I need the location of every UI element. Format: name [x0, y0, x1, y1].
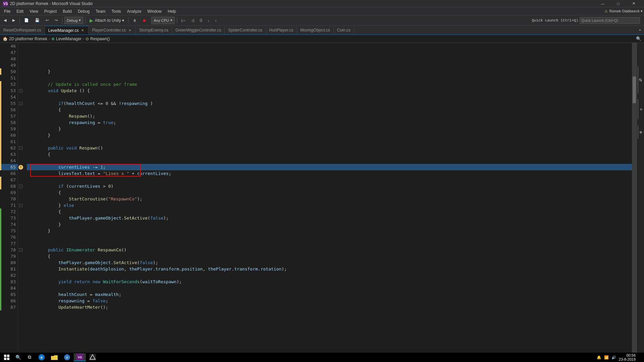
toolbar-btn4[interactable]: ↓ — [205, 16, 212, 24]
quick-launch-input[interactable]: Quick Launch (Ctrl+Q) — [580, 17, 640, 24]
toolbar-fwd[interactable]: ▶ — [10, 16, 17, 24]
code-area[interactable]: } // Update is called once per frame voi… — [23, 43, 632, 355]
minimize-button[interactable]: — — [595, 0, 610, 7]
toolbar-btn5[interactable]: ↑ — [212, 16, 219, 24]
toolbar-stop[interactable]: ⏹ — [140, 16, 149, 24]
side-btn-2[interactable]: ≡ — [638, 99, 644, 119]
taskbar-app-folder[interactable] — [48, 353, 60, 361]
close-button[interactable]: ✕ — [626, 0, 641, 7]
toolbar-redo[interactable]: ↪ — [52, 16, 60, 24]
toolbar-back[interactable]: ◀ — [1, 16, 9, 24]
collapse-53[interactable]: - — [18, 87, 23, 94]
vertical-scrollbar[interactable] — [632, 43, 637, 355]
code-line-77 — [27, 240, 632, 247]
tab-levelmanager[interactable]: LevelManager.cs ✕ — [45, 26, 89, 35]
collapse-71[interactable]: - — [18, 202, 23, 208]
debug-mode-dropdown[interactable]: Debug ▾ — [64, 17, 83, 24]
search-icon-btn[interactable]: 🔍 — [636, 36, 641, 41]
tab-label: SpiderController.cs — [228, 28, 262, 33]
line-num-83: 83 — [1, 279, 18, 285]
code-line-58: respawning = true; — [27, 119, 632, 126]
breadcrumb-project-icon: 🏠 — [3, 37, 8, 41]
line-num-63: 63 — [1, 151, 18, 158]
taskbar-app-ie[interactable]: e — [36, 353, 48, 361]
scrollbar-thumb[interactable] — [633, 76, 636, 103]
menu-build[interactable]: Build — [60, 8, 74, 15]
taskbar-date: 23-8-2019 — [619, 357, 636, 361]
code-line-55: if(healthCount <= 0 && !respawning ) — [27, 100, 632, 107]
menu-help[interactable]: Help — [165, 8, 179, 15]
side-btn-3[interactable]: ⊞ — [638, 125, 644, 139]
tab-greenwiggle[interactable]: GreenWiggleController.cs — [172, 26, 225, 35]
menu-tools[interactable]: Tools — [109, 8, 124, 15]
collapse-78[interactable]: - — [18, 247, 23, 253]
menu-window[interactable]: Window — [145, 8, 164, 15]
code-line-79: { — [27, 253, 632, 259]
taskbar-app-edge[interactable]: e — [61, 353, 73, 361]
breadcrumb-class[interactable]: LevelManager — [56, 37, 82, 41]
code-line-80: thePlayer.gameObject.SetActive(false); — [27, 259, 632, 266]
code-line-54 — [27, 94, 632, 100]
menu-project[interactable]: Project — [42, 8, 59, 15]
menu-edit[interactable]: Edit — [14, 8, 26, 15]
line-num-57: 57 — [1, 113, 18, 119]
tab-spider[interactable]: SpiderController.cs — [225, 26, 266, 35]
tab-stompenemy[interactable]: StompEnemy.cs — [136, 26, 172, 35]
taskbar-search[interactable]: 🔍 — [13, 353, 23, 361]
code-line-50: } — [27, 68, 632, 75]
code-line-70: StartCoroutine("RespawnCo"); — [27, 196, 632, 202]
tab-label: GreenWiggleController.cs — [175, 28, 221, 33]
toolbar-btn1[interactable]: |↔ — [179, 16, 189, 24]
breadcrumb-bar: 🏠 2D platformer Romek › ⊕ LevelManager ›… — [0, 35, 644, 43]
code-line-53: void Update () { — [27, 87, 632, 94]
tab-close-modified[interactable]: ✕ — [80, 28, 85, 33]
tab-playercontroller[interactable]: PlayerController.cs ✕ — [89, 26, 136, 35]
taskbar-task-view[interactable]: ⧉ — [24, 353, 35, 361]
tab-close[interactable]: ✕ — [127, 28, 132, 33]
toolbar-sep2 — [62, 17, 62, 24]
line-num-80: 80 — [1, 259, 18, 266]
collapse-68[interactable]: - — [18, 183, 23, 189]
toolbar-btn2[interactable]: ↕| — [189, 16, 197, 24]
line-num-70: 70 — [1, 196, 18, 202]
menu-debug[interactable]: Debug — [75, 8, 92, 15]
tab-resetonrespawn[interactable]: ResetOnRespawn.cs — [0, 26, 45, 35]
toolbar-open[interactable]: 📄 — [22, 16, 31, 24]
tabs-scroll-button[interactable]: ▾ — [636, 26, 644, 35]
code-line-72: { — [27, 208, 632, 215]
toolbar-pause[interactable]: ⏸ — [130, 16, 139, 24]
menu-file[interactable]: File — [1, 8, 13, 15]
taskbar-start[interactable] — [1, 353, 12, 361]
breadcrumb-method-icon: ⊙ — [86, 37, 89, 41]
collapse-55[interactable]: - — [18, 100, 23, 107]
attach-to-unity-button[interactable]: ▶ Attach to Unity ▾ — [88, 16, 126, 24]
toolbar-btn3[interactable]: ⟨⟩ — [197, 16, 205, 24]
main-area: 46 47 48 49 50 51 52 53 54 55 56 57 58 5… — [0, 43, 644, 355]
toolbar-undo[interactable]: ↩ — [43, 16, 51, 24]
taskbar-app-unity[interactable] — [87, 353, 99, 361]
collapse-62[interactable]: - — [18, 145, 23, 151]
line-num-73: 73 — [1, 215, 18, 221]
menu-analyze[interactable]: Analyze — [124, 8, 144, 15]
menu-team[interactable]: Team — [93, 8, 108, 15]
tab-movingobject[interactable]: MovingObject.cs — [297, 26, 334, 35]
breadcrumb-method[interactable]: Respawn() — [90, 37, 110, 41]
side-btn-1[interactable]: ⇄ — [638, 66, 644, 93]
line-num-58: 58 — [1, 119, 18, 126]
breadcrumb-sep2: › — [83, 37, 84, 41]
code-line-68: if (currentLives > 0) — [27, 183, 632, 189]
line-num-68: 68 — [1, 183, 18, 189]
play-icon: ▶ — [90, 18, 93, 23]
menu-bar: File Edit View Project Build Debug Team … — [0, 7, 644, 15]
maximize-button[interactable]: □ — [610, 0, 626, 7]
svg-text:VS: VS — [3, 2, 8, 6]
toolbar-save[interactable]: 💾 — [33, 16, 42, 24]
cpu-dropdown[interactable]: Any CPU ▾ — [151, 17, 174, 24]
breadcrumb-project[interactable]: 2D platformer Romek — [9, 37, 47, 41]
tab-coin[interactable]: Coin.cs — [334, 26, 354, 35]
menu-view[interactable]: View — [27, 8, 41, 15]
title-bar-left: VS 2D platformer Romek - Microsoft Visua… — [3, 1, 93, 6]
svg-rect-5 — [7, 358, 9, 360]
taskbar-app-vs[interactable]: VS — [74, 353, 86, 361]
tab-hurtplayer[interactable]: HurtPlayer.cs — [266, 26, 297, 35]
